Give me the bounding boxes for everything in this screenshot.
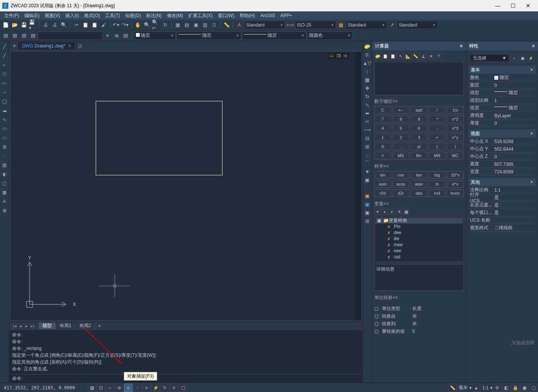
line-tool[interactable]: ╱	[0, 43, 9, 51]
calc-key[interactable]: -	[429, 124, 445, 132]
layer-freeze[interactable]: ▤	[29, 31, 37, 40]
sb-lock[interactable]: 🔒	[511, 384, 519, 392]
drawing-canvas[interactable]: – ❐ × Y X	[10, 52, 355, 321]
calc-tb-3[interactable]: 📋	[390, 53, 396, 60]
sb-ortho[interactable]: ⌐	[106, 384, 114, 392]
tab-next[interactable]: ▸	[24, 323, 30, 329]
layout-tab[interactable]: 布局1	[56, 323, 76, 329]
unit-head[interactable]: 单位转换<<	[374, 294, 464, 301]
array-tool[interactable]: ▦	[363, 76, 371, 84]
calc-sci-key[interactable]: r2d	[374, 189, 391, 197]
menu-item[interactable]: 格式(O)	[82, 13, 103, 19]
prop-quick-2[interactable]: ▣	[519, 55, 526, 61]
add-layout-tab[interactable]: +	[95, 323, 104, 329]
variable-row[interactable]: x Phi	[375, 224, 462, 230]
block-tool[interactable]: ⊞	[0, 143, 9, 151]
calc-key[interactable]: 7	[374, 115, 391, 123]
pline-tool[interactable]: ⌐	[0, 61, 9, 69]
layer-select[interactable]	[38, 31, 103, 40]
calc-sci-key[interactable]: ln	[429, 180, 445, 188]
sb-lwt[interactable]: ≡	[142, 384, 151, 392]
calc-sci-key[interactable]: tan	[411, 171, 428, 179]
unit-row[interactable]: ▢要转换的值0	[374, 327, 464, 335]
tab-prev[interactable]: ◂	[17, 323, 24, 329]
menu-item[interactable]: 扩展工具(X)	[186, 13, 215, 19]
prop-row[interactable]: 打开 UCS...是	[469, 194, 536, 202]
tablestyle-icon[interactable]: ▦	[337, 21, 345, 29]
table-tool[interactable]: ▦	[0, 188, 9, 197]
calc-key[interactable]: 6	[411, 124, 428, 132]
close-button[interactable]: ✕	[521, 0, 536, 11]
menu-item[interactable]: 修改(M)	[164, 13, 186, 19]
calc-key[interactable]: /	[429, 106, 445, 114]
calc-key[interactable]: 5	[393, 124, 409, 132]
menu-item[interactable]: 标注(N)	[144, 13, 164, 19]
calc-key[interactable]: C	[374, 106, 391, 114]
palette-1[interactable]: ▣	[363, 192, 371, 200]
toolpalette-button[interactable]: ▥	[201, 21, 209, 29]
variable-row[interactable]: x mee	[375, 242, 462, 248]
hatch-tool[interactable]: ▨	[0, 161, 9, 169]
variable-row[interactable]: x dee	[375, 230, 462, 236]
join-tool[interactable]: ⊞	[363, 142, 371, 151]
variable-tree[interactable]: ▣📁 变量样例 x Phix deex illex meex neex rad	[374, 216, 464, 262]
sb-iso[interactable]: ◧	[502, 384, 510, 392]
calc-sci-key[interactable]: sin	[374, 171, 391, 179]
laywalk[interactable]: ≣	[112, 31, 121, 40]
ellipse-tool[interactable]: ⬭	[0, 124, 9, 133]
menu-item[interactable]: 编辑(E)	[22, 13, 42, 19]
textstyle-icon[interactable]: A	[235, 21, 243, 29]
polygon-tool[interactable]: ⬠	[0, 70, 9, 78]
measure-button[interactable]: 📏	[222, 21, 231, 29]
calc-sci-key[interactable]: rnd	[429, 189, 445, 197]
calc-sci-key[interactable]: atan	[411, 180, 428, 188]
prop-section-head[interactable]: 视图▼	[469, 129, 536, 138]
unit-row[interactable]: ▢转换到米	[374, 320, 464, 327]
rect-tool[interactable]: ▭	[0, 79, 9, 87]
calc-key[interactable]: +	[429, 134, 445, 141]
open-button[interactable]: 📂	[11, 21, 19, 29]
document-tab[interactable]: DWG Drawing1.dwg* ×	[18, 42, 75, 50]
sb-clean[interactable]: ▢	[529, 384, 538, 392]
calc-key[interactable]: =	[374, 152, 391, 159]
mleaderstyle-select[interactable]: Standard▼	[397, 21, 438, 29]
variable-row[interactable]: x nee	[375, 248, 462, 254]
calc-key[interactable]: 8	[393, 115, 409, 123]
sb-more[interactable]: ≡	[170, 384, 178, 392]
calc-key[interactable]: x^y	[447, 134, 464, 141]
prop-section-head[interactable]: 其他▼	[469, 178, 536, 186]
trim-tool[interactable]: ✂	[363, 117, 371, 126]
menu-item[interactable]: 视图(V)	[42, 13, 63, 19]
command-input[interactable]: 命令:	[9, 374, 363, 383]
chamfer-tool[interactable]: ⟋	[363, 151, 371, 159]
prop-row[interactable]: 线宽 随层	[469, 104, 536, 112]
spline-tool[interactable]: ∿	[0, 115, 9, 124]
preview-button[interactable]: 🔍	[60, 21, 68, 29]
calc-tb-1[interactable]: 🧽	[374, 53, 381, 60]
calc-tb-5[interactable]: 📐	[405, 53, 412, 60]
calc-key[interactable]: 9	[411, 115, 428, 123]
laymatch[interactable]: ≡	[103, 31, 112, 40]
pan-button[interactable]: ✋	[134, 21, 142, 29]
calc-key[interactable]: MC	[447, 152, 464, 159]
layer-iso[interactable]: ▤	[11, 31, 19, 40]
calc-key[interactable]: 1/x	[447, 106, 464, 114]
zoom-button[interactable]: 🔍	[143, 21, 151, 29]
laystate[interactable]: ▤	[121, 31, 130, 40]
prop-row[interactable]: 宽度724.8099	[469, 168, 536, 176]
sb-units[interactable]: 毫米	[457, 384, 469, 391]
calc-sci-key[interactable]: d2r	[393, 189, 409, 197]
regen-button[interactable]: ↻	[161, 21, 169, 29]
layermgr-button[interactable]: ▦	[174, 21, 182, 29]
tab-first[interactable]: |◂	[11, 323, 17, 329]
mirror-tool[interactable]: ▲▽	[363, 59, 371, 67]
minimize-button[interactable]: —	[490, 0, 505, 11]
sb-grid[interactable]: ▦	[88, 384, 96, 392]
circle-tool[interactable]: ◯	[0, 97, 9, 105]
calc-sci-key[interactable]: cos	[393, 171, 409, 179]
revcloud-tool[interactable]: ☁	[0, 106, 9, 115]
properties-button[interactable]: ▤	[183, 21, 191, 29]
layout-tab[interactable]: 布局2	[76, 323, 95, 329]
prop-row[interactable]: 颜色 随层	[469, 74, 536, 82]
sb-osnap[interactable]: ◎	[124, 384, 133, 392]
